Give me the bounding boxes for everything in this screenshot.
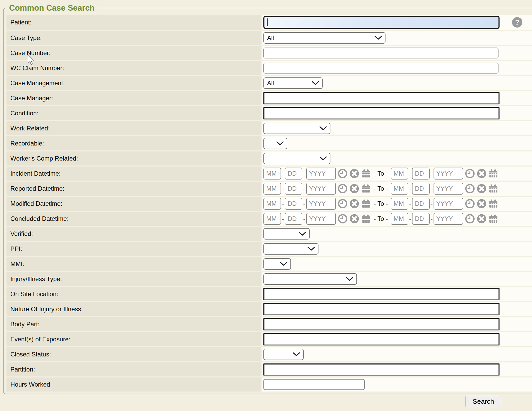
- year-input[interactable]: [306, 168, 336, 180]
- verified-select[interactable]: [263, 228, 310, 240]
- case-management-select[interactable]: All: [263, 77, 323, 89]
- year-input[interactable]: [306, 183, 336, 195]
- clock-icon[interactable]: [465, 199, 475, 209]
- clear-icon[interactable]: [349, 199, 359, 209]
- clear-icon[interactable]: [477, 214, 487, 224]
- date-separator: -: [282, 185, 284, 193]
- clear-icon[interactable]: [349, 214, 359, 224]
- form-footer: Search: [466, 396, 501, 407]
- search-button[interactable]: Search: [466, 396, 501, 407]
- input-cell: - - - To - - -: [262, 182, 532, 196]
- date-separator: -: [303, 185, 305, 193]
- field-label: PPI:: [6, 242, 261, 256]
- month-input[interactable]: [391, 183, 408, 195]
- month-input[interactable]: [263, 168, 281, 180]
- day-input[interactable]: [412, 213, 430, 225]
- calendar-icon[interactable]: [488, 169, 498, 178]
- calendar-icon[interactable]: [361, 214, 371, 224]
- day-input[interactable]: [285, 198, 302, 210]
- hours-worked-input[interactable]: [263, 379, 365, 390]
- case-number-input[interactable]: [263, 48, 498, 58]
- calendar-icon[interactable]: [361, 169, 371, 178]
- field-label: Partition:: [6, 362, 261, 376]
- clock-icon[interactable]: [465, 184, 475, 194]
- clock-icon[interactable]: [338, 214, 348, 224]
- year-input[interactable]: [306, 198, 336, 210]
- form-row-workers-comp-related: Worker's Comp Related:: [6, 151, 532, 165]
- year-input[interactable]: [434, 183, 463, 195]
- condition-input[interactable]: [263, 107, 500, 120]
- clock-icon[interactable]: [338, 169, 348, 178]
- on-site-location-input[interactable]: [263, 288, 500, 300]
- nature-of-injury-input[interactable]: [263, 303, 500, 315]
- year-input[interactable]: [434, 168, 463, 180]
- year-input[interactable]: [306, 213, 336, 225]
- case-type-select[interactable]: All: [263, 32, 385, 44]
- date-separator: -: [409, 215, 411, 223]
- patient-input[interactable]: [263, 16, 500, 29]
- month-input[interactable]: [263, 213, 281, 225]
- month-input[interactable]: [263, 198, 281, 210]
- clear-icon[interactable]: [477, 169, 487, 178]
- day-input[interactable]: [412, 198, 430, 210]
- datetime-group: - -: [263, 183, 371, 195]
- day-input[interactable]: [285, 183, 302, 195]
- month-input[interactable]: [391, 213, 408, 225]
- date-separator: -: [409, 185, 411, 193]
- closed-status-select[interactable]: [263, 349, 304, 360]
- clock-icon[interactable]: [465, 214, 475, 224]
- calendar-icon[interactable]: [488, 214, 498, 224]
- workers-comp-related-select[interactable]: [263, 153, 330, 164]
- calendar-icon[interactable]: [361, 199, 371, 209]
- clock-icon[interactable]: [338, 199, 348, 209]
- datetime-group: - -: [263, 168, 371, 180]
- month-input[interactable]: [391, 198, 408, 210]
- injury-illness-type-select[interactable]: [263, 273, 357, 285]
- chevron-down-icon: [276, 141, 284, 145]
- calendar-icon[interactable]: [488, 184, 498, 194]
- form-row-recordable: Recordable:: [6, 136, 532, 150]
- field-label: WC Claim Number:: [6, 61, 261, 75]
- field-label: Case Management:: [6, 76, 261, 90]
- day-input[interactable]: [285, 168, 302, 180]
- events-of-exposure-input[interactable]: [263, 333, 500, 346]
- month-input[interactable]: [391, 168, 408, 180]
- clear-icon[interactable]: [477, 184, 487, 194]
- clock-icon[interactable]: [338, 184, 348, 194]
- day-input[interactable]: [285, 213, 302, 225]
- input-cell: [262, 91, 532, 105]
- range-to-label: - To -: [374, 170, 388, 177]
- day-input[interactable]: [412, 168, 430, 180]
- help-icon[interactable]: ?: [512, 17, 522, 28]
- case-manager-input[interactable]: [263, 92, 500, 104]
- body-part-input[interactable]: [263, 318, 500, 330]
- form-row-case-management: Case Management: All: [6, 76, 532, 90]
- field-label: Modified Datetime:: [6, 197, 261, 211]
- calendar-icon[interactable]: [361, 184, 371, 194]
- year-input[interactable]: [434, 213, 463, 225]
- clear-icon[interactable]: [349, 184, 359, 194]
- partition-input[interactable]: [263, 363, 500, 376]
- clear-icon[interactable]: [349, 169, 359, 178]
- input-cell: - - - To - - -: [262, 212, 532, 226]
- recordable-select[interactable]: [263, 138, 287, 149]
- field-label: Patient:: [6, 15, 261, 30]
- day-input[interactable]: [412, 183, 430, 195]
- work-related-select[interactable]: [263, 123, 330, 134]
- year-input[interactable]: [434, 198, 463, 210]
- form-row-nature-of-injury: Nature Of Injury or Illness:: [6, 302, 532, 316]
- field-label: Concluded Datetime:: [6, 212, 261, 226]
- field-label: Condition:: [6, 106, 261, 120]
- calendar-icon[interactable]: [488, 199, 498, 209]
- form-row-partition: Partition:: [6, 362, 532, 376]
- form-row-patient: Patient: ?: [6, 15, 532, 30]
- clear-icon[interactable]: [477, 199, 487, 209]
- clock-icon[interactable]: [465, 169, 475, 178]
- mmi-select[interactable]: [263, 258, 291, 270]
- form-row-condition: Condition:: [6, 106, 532, 120]
- month-input[interactable]: [263, 183, 281, 195]
- ppi-select[interactable]: [263, 243, 318, 255]
- wc-claim-number-input[interactable]: [263, 63, 498, 74]
- form-row-body-part: Body Part:: [6, 317, 532, 331]
- input-cell: - - - To - - -: [262, 167, 532, 181]
